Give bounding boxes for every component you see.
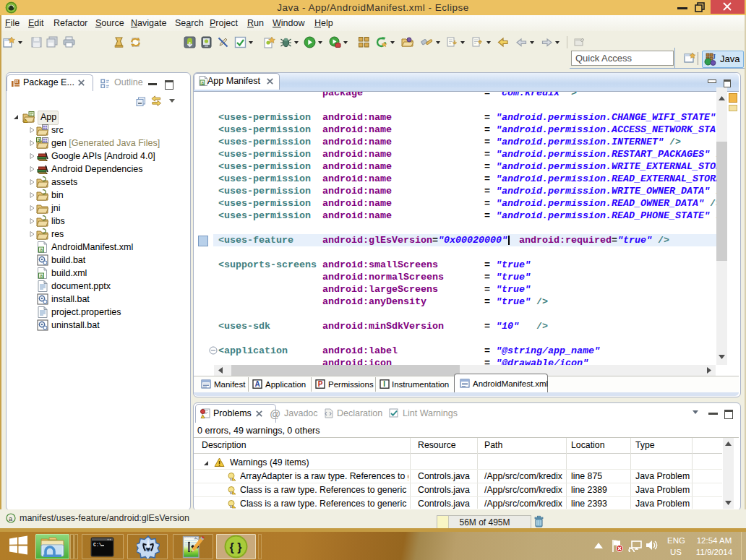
svg-text:a: a (40, 247, 43, 253)
svg-text:J: J (712, 53, 716, 61)
svg-text:a: a (9, 516, 13, 523)
svg-text:A: A (254, 380, 260, 388)
svg-text:C:\: C:\ (93, 543, 102, 548)
svg-text:J: J (38, 138, 40, 142)
svg-text:{ }: { } (230, 541, 242, 553)
svg-text:I: I (383, 380, 385, 388)
svg-text:!: ! (25, 119, 26, 123)
svg-text:a: a (40, 273, 43, 279)
svg-text:a: a (201, 81, 204, 86)
svg-text:P: P (318, 380, 323, 388)
